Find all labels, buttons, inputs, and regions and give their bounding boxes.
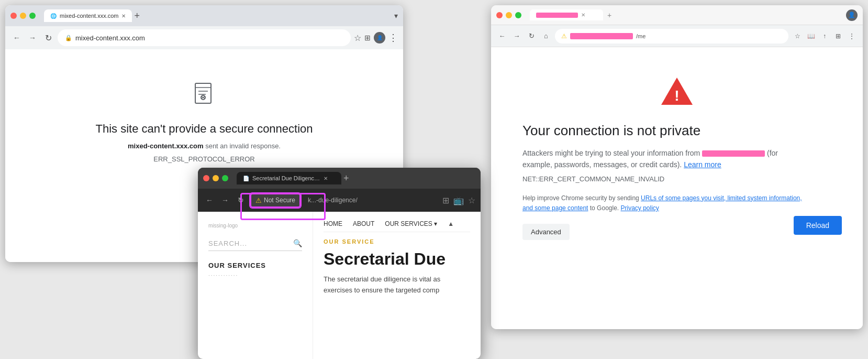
titlebar-2: ✕ + 👤 [491, 5, 863, 25]
back-button-1[interactable]: ← [10, 31, 23, 44]
forward-button-1[interactable]: → [26, 31, 39, 44]
tab-bar-2: ✕ + [530, 9, 842, 20]
private-desc-2: Attackers might be trying to steal your … [522, 147, 805, 171]
window-not-private: ✕ + 👤 ← → ↻ ⌂ ⚠ /me ☆ 📖 ↑ ⊞ ⋮ [491, 5, 863, 329]
close-button-1[interactable] [10, 13, 17, 19]
url-text-3: k...-due-diligence/ [304, 197, 439, 204]
error-domain-1: mixed-content.xxx.com sent an invalid re… [128, 142, 281, 150]
maximize-button-3[interactable] [222, 175, 228, 181]
nav-about-3[interactable]: ABOUT [353, 220, 374, 227]
cast-icon-3[interactable]: 📺 [453, 195, 464, 205]
nav-home-3[interactable]: HOME [324, 220, 342, 227]
address-bar-2[interactable]: ⚠ /me [555, 29, 788, 43]
tab-menu-arrow-1[interactable]: ▾ [394, 12, 398, 20]
forward-button-2[interactable]: → [511, 30, 522, 42]
search-box-3[interactable]: SEARCH... 🔍 [208, 239, 302, 251]
service-title-3: Secretarial Due [324, 249, 470, 269]
active-tab-1[interactable]: 🌐 mixed-content.xxx.com ✕ [44, 9, 132, 22]
service-text-2-3: exercises to ensure the targeted comp [324, 285, 470, 296]
tab-close-1[interactable]: ✕ [121, 13, 126, 19]
omnibar-1: ← → ↻ 🔒 mixed-content.xxx.com ☆ ⊞ 👤 ⋮ [5, 26, 403, 49]
error-page-icon-1 [191, 81, 217, 112]
improve-text-2: Help improve Chrome security by sending … [522, 193, 805, 213]
menu-action-2[interactable]: ⋮ [846, 30, 858, 42]
new-tab-button-1[interactable]: + [134, 10, 140, 21]
active-tab-2[interactable]: ✕ [530, 9, 603, 20]
star-icon-3[interactable]: ☆ [468, 195, 475, 205]
warning-triangle-icon-3: ⚠ [255, 197, 262, 204]
close-button-3[interactable] [203, 175, 209, 181]
star-icon-1[interactable]: ☆ [354, 33, 361, 43]
search-icon-3[interactable]: 🔍 [293, 239, 302, 247]
site-content-3: missing-logo SEARCH... 🔍 OUR SERVICES ··… [198, 212, 481, 359]
new-tab-button-2[interactable]: + [607, 11, 611, 19]
sidebar-dots-3: ············ [208, 273, 302, 278]
url-suffix-2: /me [636, 33, 646, 39]
tabs-action-2[interactable]: ⊞ [832, 30, 844, 42]
account-icon-glyph-2: 👤 [848, 12, 855, 18]
sidebar-3: missing-logo SEARCH... 🔍 OUR SERVICES ··… [198, 212, 313, 359]
tab-title-redacted-2 [536, 13, 578, 18]
maximize-button-1[interactable] [29, 13, 36, 19]
error-content-2: ! Your connection is not private Attacke… [491, 47, 863, 329]
warning-icon-2: ⚠ [561, 32, 567, 40]
omnibar-2: ← → ↻ ⌂ ⚠ /me ☆ 📖 ↑ ⊞ ⋮ [491, 25, 863, 47]
private-desc-text-1: Attackers might be trying to steal your … [522, 149, 702, 157]
reload-button-3[interactable]: ↻ [235, 194, 247, 206]
incognito-label-1: 👤 [377, 35, 383, 40]
learn-more-link-2[interactable]: Learn more [684, 160, 721, 169]
nav-services-3[interactable]: OUR SERVICES ▾ [385, 220, 437, 227]
titlebar-3: 📄 Secretarial Due Diligence – K– ✕ + [198, 168, 481, 189]
new-tab-button-3[interactable]: + [343, 173, 349, 184]
grid-icon-3[interactable]: ⊞ [442, 195, 449, 205]
reload-button-2[interactable]: Reload [794, 216, 842, 235]
traffic-lights-1 [10, 13, 36, 19]
reload-button-1[interactable]: ↻ [42, 31, 54, 44]
window-not-secure: 📄 Secretarial Due Diligence – K– ✕ + ← →… [198, 168, 481, 359]
tab-favicon-3: 📄 [243, 176, 249, 181]
url-redacted-2 [570, 33, 633, 39]
service-text-1-3: The secretarial due diligence is vital a… [324, 274, 470, 285]
private-domain-redacted-2 [702, 150, 765, 157]
tab-bar-1: 🌐 mixed-content.xxx.com ✕ + ▾ [44, 9, 398, 22]
share-action-2[interactable]: ↑ [819, 30, 830, 42]
home-button-2[interactable]: ⌂ [540, 30, 552, 42]
not-secure-badge[interactable]: ⚠ Not Secure [250, 193, 301, 208]
grid-icon-1[interactable]: ⊞ [364, 34, 371, 42]
omnibar-actions-3: ⊞ 📺 ☆ [442, 195, 475, 205]
error-code-2: NET::ERR_CERT_COMMON_NAME_INVALID [522, 175, 831, 183]
error-desc-1: sent an invalid response. [205, 142, 281, 150]
svg-rect-0 [195, 83, 211, 103]
close-button-2[interactable] [496, 12, 503, 18]
privacy-policy-link-2[interactable]: Privacy policy [621, 204, 659, 212]
logo-placeholder-3: missing-logo [208, 222, 302, 229]
main-content-3: HOME ABOUT OUR SERVICES ▾ ▲ OUR SERVICE … [313, 212, 481, 359]
address-bar-1[interactable]: 🔒 mixed-content.xxx.com [58, 29, 351, 46]
back-button-2[interactable]: ← [496, 30, 508, 42]
account-icon-2: 👤 [846, 9, 858, 21]
traffic-lights-2 [496, 12, 521, 18]
error-title-1: This site can't provide a secure connect… [95, 122, 313, 136]
tab-close-2[interactable]: ✕ [581, 12, 585, 18]
forward-button-3[interactable]: → [219, 194, 231, 206]
traffic-lights-3 [203, 175, 228, 181]
not-secure-text: Not Secure [264, 197, 295, 204]
reload-button-2[interactable]: ↻ [526, 30, 537, 42]
minimize-button-1[interactable] [20, 13, 26, 19]
tab-label-1: mixed-content.xxx.com [60, 13, 118, 19]
tab-bar-3: 📄 Secretarial Due Diligence – K– ✕ + [237, 172, 475, 184]
tab-close-3[interactable]: ✕ [324, 176, 328, 181]
menu-dots-1[interactable]: ⋮ [388, 32, 398, 43]
warning-triangle-2: ! [659, 73, 695, 110]
active-tab-3[interactable]: 📄 Secretarial Due Diligence – K– ✕ [237, 172, 341, 184]
reader-action-2[interactable]: 📖 [805, 30, 817, 42]
back-button-3[interactable]: ← [203, 194, 216, 206]
error-code-1: ERR_SSL_PROTOCOL_ERROR [153, 155, 254, 163]
minimize-button-3[interactable] [213, 175, 219, 181]
maximize-button-2[interactable] [515, 12, 521, 18]
improve-text-span-1: Help improve Chrome security by sending [522, 194, 641, 202]
advanced-button-2[interactable]: Advanced [522, 224, 570, 240]
star-action-2[interactable]: ☆ [792, 30, 803, 42]
minimize-button-2[interactable] [506, 12, 512, 18]
svg-text:!: ! [674, 88, 679, 104]
